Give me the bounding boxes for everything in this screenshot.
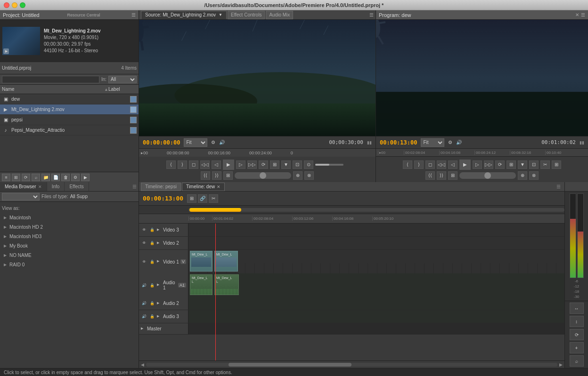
source-panel-menu[interactable]: ☰	[369, 12, 374, 17]
resource-central-tab[interactable]: Resource Central	[67, 13, 130, 17]
new-item-btn[interactable]: 📄	[51, 174, 60, 181]
program-mark-clip[interactable]: ◻	[425, 160, 435, 169]
program-btn-a[interactable]: ⟨⟨	[425, 171, 435, 180]
source-tab-dropdown-arrow[interactable]: ▼	[219, 13, 222, 17]
panel-menu-icon[interactable]: ☰	[131, 12, 136, 17]
timeline-current-timecode[interactable]: 00:00:13:00	[143, 195, 183, 202]
source-next-frame[interactable]: ▷▷	[247, 160, 257, 169]
video1-clip-1[interactable]: Mt_Dew_L	[190, 251, 212, 272]
track-video1-expand[interactable]: ▶	[157, 259, 162, 264]
media-browser-tab[interactable]: Media Browser ✕	[0, 182, 47, 191]
program-audio-icon[interactable]: 🔊	[456, 140, 462, 145]
timeline-tab-pepsi[interactable]: Timeline: pepsi	[141, 183, 181, 191]
program-grid[interactable]: ⊞	[552, 160, 561, 169]
source-btn-c[interactable]: ⊞	[223, 171, 233, 180]
track-audio1-lock[interactable]: 🔒	[149, 282, 155, 288]
program-panel-menu[interactable]: ☰	[581, 12, 585, 17]
program-prev-frame[interactable]: ◁◁	[437, 160, 446, 169]
source-mark-clip[interactable]: ◻	[189, 160, 198, 169]
program-mark-out[interactable]: ⟩	[414, 160, 424, 169]
source-prev-frame[interactable]: ◁◁	[200, 160, 210, 169]
timeline-tab-dew[interactable]: Timeline: dew ✕	[182, 183, 225, 191]
media-panel-menu[interactable]: ☰	[131, 184, 139, 189]
in-dropdown[interactable]: All	[108, 76, 137, 83]
source-output[interactable]: ▼	[281, 160, 291, 169]
hscroll-right-arrow[interactable]: ▶	[559, 362, 563, 367]
search-btn[interactable]: ⌕	[32, 174, 40, 181]
program-loop[interactable]: ⟳	[495, 160, 505, 169]
tool-btn-scale[interactable]: ↕	[570, 316, 584, 327]
source-timecode[interactable]: 00:00:00:00	[143, 139, 180, 146]
program-panel-close[interactable]: ✕	[575, 12, 579, 17]
delete-btn[interactable]: 🗑	[61, 174, 70, 181]
list-view-btn[interactable]: ≡	[2, 174, 10, 181]
source-jog-slider[interactable]	[235, 172, 291, 179]
media-path-dropdown[interactable]	[2, 193, 40, 200]
tree-item-macintosh-hd2[interactable]: ▶ Macintosh HD 2	[2, 222, 137, 232]
timeline-panel-menu[interactable]: ☰	[555, 184, 563, 189]
source-btn-b[interactable]: ⟩⟩	[212, 171, 221, 180]
tree-item-macintosh-hd3[interactable]: ▶ Macintosh HD3	[2, 232, 137, 241]
source-mark-in[interactable]: ⟨	[166, 160, 176, 169]
program-step-back[interactable]: ◁	[448, 160, 457, 169]
track-audio2-lock[interactable]: 🔒	[149, 300, 155, 307]
source-clip-overlay[interactable]: ⊙	[304, 160, 313, 169]
snap-to-grid-btn[interactable]: ⊞	[187, 194, 196, 203]
source-settings-icon[interactable]: ⚙	[211, 140, 215, 145]
project-item-mt-dew[interactable]: ▶ Mt_Dew_Lightning 2.mov	[0, 104, 139, 115]
track-audio3-mute[interactable]: 🔊	[141, 313, 147, 320]
track-audio3-lock[interactable]: 🔒	[149, 313, 155, 320]
effect-controls-tab[interactable]: Effect Controls	[228, 11, 265, 19]
source-settings2[interactable]: ⊡	[293, 160, 302, 169]
hscroll-thumb[interactable]	[229, 363, 352, 367]
source-fit-dropdown[interactable]: Fit	[184, 138, 207, 147]
project-search-input[interactable]	[2, 76, 99, 83]
tree-item-my-book[interactable]: ▶ My Book	[2, 241, 137, 250]
tool-btn-add[interactable]: +	[570, 342, 584, 353]
program-timecode[interactable]: 00:00:13:00	[380, 139, 417, 146]
program-output[interactable]: ▼	[518, 160, 527, 169]
razor-btn[interactable]: ✂	[209, 194, 218, 203]
program-step-fwd[interactable]: ▷	[473, 160, 482, 169]
audio-mix-tab[interactable]: Audio Mix	[266, 11, 293, 19]
track-audio2-expand[interactable]: ▶	[157, 301, 162, 306]
close-button[interactable]	[4, 2, 9, 8]
program-next-frame[interactable]: ▷▷	[484, 160, 493, 169]
source-loop[interactable]: ⟳	[259, 160, 268, 169]
tree-item-macintosh[interactable]: ▶ Macintosh	[2, 213, 137, 222]
preview-play-button[interactable]: ▶	[3, 48, 9, 54]
media-browser-close[interactable]: ✕	[38, 184, 42, 189]
track-video3-lock[interactable]: 🔒	[149, 227, 155, 233]
program-fit-dropdown[interactable]: Fit	[421, 138, 444, 147]
source-tab-mt-dew[interactable]: Source: Mt_Dew_Lightning 2.mov ▼	[141, 11, 227, 19]
timeline-nav-thumb[interactable]	[189, 208, 241, 212]
source-step-back[interactable]: ◁	[212, 160, 221, 169]
source-btn-a[interactable]: ⟨⟨	[201, 171, 210, 180]
program-btn-b[interactable]: ⟩⟩	[437, 171, 446, 180]
program-extract[interactable]: ⊗	[529, 171, 539, 180]
program-btn-c[interactable]: ⊞	[448, 171, 457, 180]
track-audio2-mute[interactable]: 🔊	[141, 300, 147, 307]
hscroll-track[interactable]	[146, 363, 557, 367]
track-video1-eye[interactable]: 👁	[141, 258, 147, 265]
program-safe[interactable]: ⊞	[506, 160, 516, 169]
track-video2-lock[interactable]: 🔒	[149, 240, 155, 247]
maximize-button[interactable]	[20, 2, 25, 8]
timeline-dew-close[interactable]: ✕	[217, 184, 220, 189]
hscroll-left-arrow[interactable]: ◀	[141, 362, 144, 367]
tool-btn-rotate[interactable]: ⟳	[570, 329, 584, 340]
track-audio1-expand[interactable]: ▶	[157, 283, 162, 288]
project-item-pepsi[interactable]: ▣ pepsi	[0, 115, 139, 125]
icon-view-btn[interactable]: ⊞	[12, 174, 20, 181]
project-item-pepsi-mag[interactable]: ♪ Pepsi_Magnetic_Attractio	[0, 125, 139, 136]
video1-clip-2[interactable]: Mt_Dew_L	[214, 251, 238, 272]
source-safe[interactable]: ⊞	[270, 160, 279, 169]
automate-btn[interactable]: ⟳	[22, 174, 30, 181]
program-play-button[interactable]: ▶	[459, 160, 471, 170]
track-audio3-expand[interactable]: ▶	[157, 314, 162, 319]
project-item-dew[interactable]: ▣ dew	[0, 94, 139, 104]
source-volume-slider[interactable]	[315, 164, 343, 166]
track-video2-eye[interactable]: 👁	[141, 240, 147, 247]
program-trim[interactable]: ✂	[540, 160, 550, 169]
source-overwrite[interactable]: ⊗	[304, 171, 314, 180]
